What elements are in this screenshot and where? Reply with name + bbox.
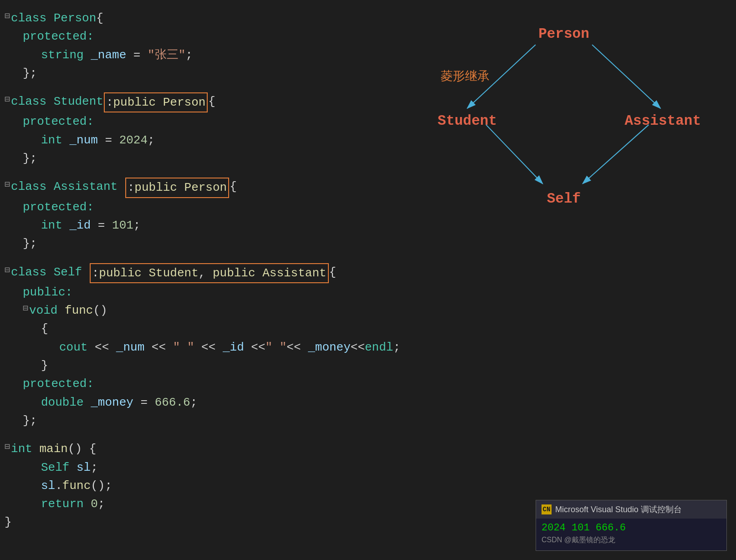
code-panel: ⊟ class Person{ protected: string _name … xyxy=(0,0,392,560)
self-cout-line: cout << _num << " " << _id <<" "<< _mone… xyxy=(5,338,387,356)
class-assistant-header: ⊟ class Assistant :public Person{ xyxy=(5,178,387,198)
assistant-close: }; xyxy=(5,234,387,253)
diagram-student-label: Student xyxy=(438,113,497,129)
arrow-student-self xyxy=(486,125,542,183)
self-func-brace-open: { xyxy=(5,320,387,338)
console-title: Microsoft Visual Studio 调试控制台 xyxy=(555,504,682,515)
student-member-num: int _num = 2024; xyxy=(5,131,387,149)
console-header: CN Microsoft Visual Studio 调试控制台 xyxy=(536,500,726,519)
person-access: protected: xyxy=(5,27,387,46)
collapse-self[interactable]: ⊟ xyxy=(5,263,10,277)
self-access-protected: protected: xyxy=(5,375,387,393)
console-icon: CN xyxy=(542,504,552,514)
self-access-public: public: xyxy=(5,283,387,301)
diagram-title-text: 菱形继承 xyxy=(440,70,490,84)
diagram-assistant-label: Assistant xyxy=(624,113,701,129)
assistant-inherit-box: :public Person xyxy=(125,178,229,198)
console-panel: CN Microsoft Visual Studio 调试控制台 2024 10… xyxy=(536,500,727,551)
main-container: ⊟ class Person{ protected: string _name … xyxy=(0,0,736,560)
student-inherit-box: :public Person xyxy=(104,92,208,112)
self-close: }; xyxy=(5,412,387,430)
collapse-student[interactable]: ⊟ xyxy=(5,92,10,107)
main-sl-func: sl.func(); xyxy=(5,477,387,495)
diagram-svg: Person 菱形继承 Student Assistant Self xyxy=(392,0,736,273)
collapse-main[interactable]: ⊟ xyxy=(5,440,10,454)
main-header: ⊟ int main() { xyxy=(5,440,387,458)
self-member-money: double _money = 666.6; xyxy=(5,393,387,412)
console-body: 2024 101 666.6 CSDN @戴墨镜的恐龙 xyxy=(536,519,726,550)
main-close: } xyxy=(5,513,387,531)
arrow-assistant-self xyxy=(583,125,649,183)
console-output: 2024 101 666.6 xyxy=(542,522,721,534)
main-self-decl: Self sl; xyxy=(5,458,387,477)
person-close: }; xyxy=(5,64,387,82)
student-close: }; xyxy=(5,149,387,168)
collapse-assistant[interactable]: ⊟ xyxy=(5,178,10,192)
class-self-header: ⊟ class Self :public Student, public Ass… xyxy=(5,263,387,283)
student-access: protected: xyxy=(5,112,387,131)
diagram-person-label: Person xyxy=(538,26,589,42)
class-person-header: ⊟ class Person{ xyxy=(5,9,387,27)
arrow-person-assistant xyxy=(592,45,660,108)
class-student-header: ⊟ class Student:public Person{ xyxy=(5,92,387,112)
diagram-panel: Person 菱形继承 Student Assistant Self xyxy=(392,0,736,560)
collapse-person[interactable]: ⊟ xyxy=(5,9,10,23)
self-collapse-func: ⊟ void func() xyxy=(5,301,387,320)
collapse-func[interactable]: ⊟ xyxy=(23,301,28,316)
diagram-self-label: Self xyxy=(547,191,581,207)
self-func-brace-close: } xyxy=(5,356,387,375)
console-credit: CSDN @戴墨镜的恐龙 xyxy=(542,535,721,545)
person-member-name: string _name = "张三"; xyxy=(5,46,387,64)
assistant-member-id: int _id = 101; xyxy=(5,216,387,234)
main-return: return 0; xyxy=(5,495,387,513)
self-inherit-box: :public Student, public Assistant xyxy=(90,263,329,283)
assistant-access: protected: xyxy=(5,198,387,216)
